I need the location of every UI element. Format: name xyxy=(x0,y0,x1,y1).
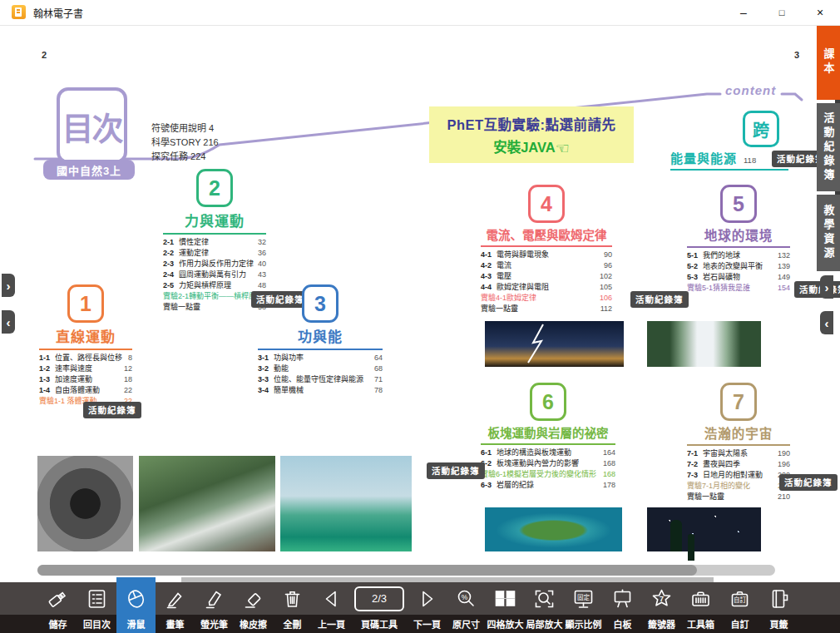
activity-notebook-badge[interactable]: 活動紀錄簿 xyxy=(630,291,689,308)
toc-item[interactable]: 6-2板塊運動與內營力的影響168 xyxy=(481,458,615,469)
activity-notebook-badge[interactable]: 活動紀錄簿 xyxy=(83,402,141,418)
toc-item[interactable]: 4-4歐姆定律與電阻105 xyxy=(481,282,612,293)
tab-activity-notebook[interactable]: 活動紀錄簿 xyxy=(817,103,840,191)
toc-item[interactable]: 2-3作用力與反作用力定律40 xyxy=(163,259,266,270)
tool-toolbox[interactable]: 工具箱 xyxy=(681,582,720,633)
toc-item[interactable]: 實驗5-1猜猜我是誰154 xyxy=(687,283,790,294)
tool-label: 自訂 xyxy=(731,615,749,633)
tool-zoom-percent[interactable]: %原尺寸 xyxy=(447,582,486,633)
right-panel-next-arrow[interactable]: › xyxy=(820,275,833,299)
toc-item[interactable]: 2-5力矩與槓桿原理48 xyxy=(163,280,266,291)
toc-item[interactable]: 4-2電流96 xyxy=(481,260,612,271)
tool-page-tab[interactable]: 頁籤 xyxy=(759,582,798,633)
toc-item[interactable]: 2-1慣性定律32 xyxy=(163,237,266,248)
front-matter-item[interactable]: 符號使用說明 4 xyxy=(151,121,219,136)
toc-item[interactable]: 4-3電壓102 xyxy=(481,271,612,282)
tool-four-pane[interactable]: 四格放大 xyxy=(486,582,525,633)
toc-item[interactable]: 2-2運動定律36 xyxy=(163,248,266,259)
chapter-3-number-icon: 3 xyxy=(302,284,338,323)
activity-notebook-badge[interactable]: 活動紀錄簿 xyxy=(779,474,838,491)
tool-usb[interactable]: 儲存 xyxy=(38,582,77,633)
toc-item[interactable]: 實驗7-1月相的變化201 xyxy=(687,481,790,492)
toc-item[interactable]: 1-3加速度運動18 xyxy=(39,374,132,385)
toc-item[interactable]: 3-3位能、能量守恆定律與能源71 xyxy=(258,374,383,385)
tool-toc-list[interactable]: 回目次 xyxy=(77,582,116,633)
tool-pencil[interactable]: 畫筆 xyxy=(156,582,195,633)
left-panel-prev-arrow[interactable]: ‹ xyxy=(2,310,15,334)
toc-item-name: 板塊運動與內營力的影響 xyxy=(497,458,579,469)
svg-text:7: 7 xyxy=(660,595,664,603)
tool-next-triangle[interactable]: 下一頁 xyxy=(408,582,447,633)
toc-item[interactable]: 5-1我們的地球132 xyxy=(687,250,790,261)
toc-item-page: 149 xyxy=(774,272,790,283)
chapter-7-number-icon: 7 xyxy=(720,383,757,421)
toc-item[interactable]: 4-1電荷與靜電現象90 xyxy=(481,250,612,260)
tool-mouse[interactable]: 滑鼠 xyxy=(116,577,156,633)
toc-item-name: 實驗6-1模擬岩層受力後的變化情形 xyxy=(481,469,596,480)
scrollbar-thumb[interactable] xyxy=(37,565,697,576)
toc-item[interactable]: 6-3岩層的紀錄178 xyxy=(481,480,615,491)
toc-item[interactable]: 實驗4-1歐姆定律106 xyxy=(481,293,612,304)
toc-item-name: 力矩與槓桿原理 xyxy=(179,280,231,291)
chapter-6-title[interactable]: 板塊運動與岩層的祕密 xyxy=(481,423,615,441)
toc-item[interactable]: 7-2晝夜與四季196 xyxy=(687,459,790,470)
app-logo-icon xyxy=(12,5,26,19)
toc-item-page: 68 xyxy=(371,363,383,374)
front-matter-item[interactable]: 科學STORY 216 xyxy=(151,136,219,150)
activity-notebook-badge[interactable]: 活動紀錄簿 xyxy=(427,462,485,479)
toc-item[interactable]: 6-1地球的構造與板塊運動164 xyxy=(481,448,615,458)
tab-textbook[interactable]: 課本 xyxy=(817,25,840,100)
toc-item[interactable]: 3-4簡單機械78 xyxy=(258,385,383,396)
chapter-4-items: 4-1電荷與靜電現象904-2電流964-3電壓1024-4歐姆定律與電阻105… xyxy=(481,250,612,314)
chapter-3-title[interactable]: 功與能 xyxy=(258,325,383,346)
toc-item-code: 4-1 xyxy=(481,250,497,260)
toc-item[interactable]: 1-1位置、路徑長與位移8 xyxy=(39,353,132,363)
chapter-7-title[interactable]: 浩瀚的宇宙 xyxy=(687,423,790,442)
toc-item[interactable]: 5-3岩石與礦物149 xyxy=(687,272,790,283)
tool-highlighter[interactable]: 螢光筆 xyxy=(195,582,234,633)
tool-label: 頁籤 xyxy=(770,615,788,633)
page-indicator-box[interactable]: 2/3 xyxy=(354,586,404,611)
cross-unit-title[interactable]: 能量與能源 xyxy=(670,151,737,166)
tool-trash[interactable]: 全刪 xyxy=(273,582,312,633)
tool-custom-case[interactable]: 自訂自訂 xyxy=(720,582,759,633)
tool-star-number[interactable]: 7籤號器 xyxy=(642,582,681,633)
chapter-2-title[interactable]: 力與運動 xyxy=(163,210,266,230)
toc-item-code: 4-3 xyxy=(481,271,497,282)
toc-item-name: 運動定律 xyxy=(179,248,209,259)
toc-item[interactable]: 3-2動能68 xyxy=(258,363,383,374)
maximize-button[interactable]: □ xyxy=(763,0,800,25)
cross-unit-page: 118 xyxy=(744,156,756,165)
tool-label: 下一頁 xyxy=(413,615,441,633)
four-pane-icon xyxy=(494,582,516,615)
tool-whiteboard[interactable]: 白板 xyxy=(603,582,642,633)
toc-item[interactable]: 實驗一點靈210 xyxy=(687,492,790,502)
tab-teaching-resources[interactable]: 教學資源 xyxy=(817,195,840,271)
front-matter-item[interactable]: 探究任務 224 xyxy=(151,150,219,164)
cross-unit-row[interactable]: 能量與能源118 xyxy=(670,149,788,171)
tool-label: 籤號器 xyxy=(648,615,675,633)
toc-item[interactable]: 3-1功與功率64 xyxy=(258,353,383,363)
minimize-button[interactable]: – xyxy=(725,0,762,25)
right-panel-prev-arrow[interactable]: ‹ xyxy=(820,311,833,334)
toc-item[interactable]: 實驗6-1模擬岩層受力後的變化情形168 xyxy=(481,469,615,480)
tool-prev-triangle[interactable]: 上一頁 xyxy=(312,582,351,633)
tool-page-indicator-box[interactable]: 2/3頁碼工具 xyxy=(351,582,408,633)
tool-monitor-fixed[interactable]: 固定顯示比例 xyxy=(564,582,603,633)
chapter-5-title[interactable]: 地球的環境 xyxy=(687,225,790,244)
toc-title-box: 目次 xyxy=(57,87,127,164)
toc-item[interactable]: 1-2速率與速度12 xyxy=(39,363,132,374)
close-button[interactable]: × xyxy=(802,0,838,25)
tool-eraser[interactable]: 橡皮擦 xyxy=(234,582,273,633)
toc-item[interactable]: 7-1宇宙與太陽系190 xyxy=(687,448,790,459)
chapter-1-title[interactable]: 直線運動 xyxy=(39,325,132,346)
toc-item-code: 6-3 xyxy=(481,480,497,491)
toc-item[interactable]: 7-3日地月的相對運動200 xyxy=(687,470,790,481)
toc-item[interactable]: 實驗一點靈112 xyxy=(481,304,612,314)
toc-item[interactable]: 1-4自由落體運動22 xyxy=(39,385,132,396)
toc-item[interactable]: 5-2地表的改變與平衡139 xyxy=(687,261,790,272)
toc-item[interactable]: 2-4圓周運動與萬有引力43 xyxy=(163,270,266,280)
tool-area-zoom[interactable]: 局部放大 xyxy=(525,582,564,633)
left-panel-next-arrow[interactable]: › xyxy=(2,274,15,297)
chapter-4-title[interactable]: 電流、電壓與歐姆定律 xyxy=(481,225,612,243)
